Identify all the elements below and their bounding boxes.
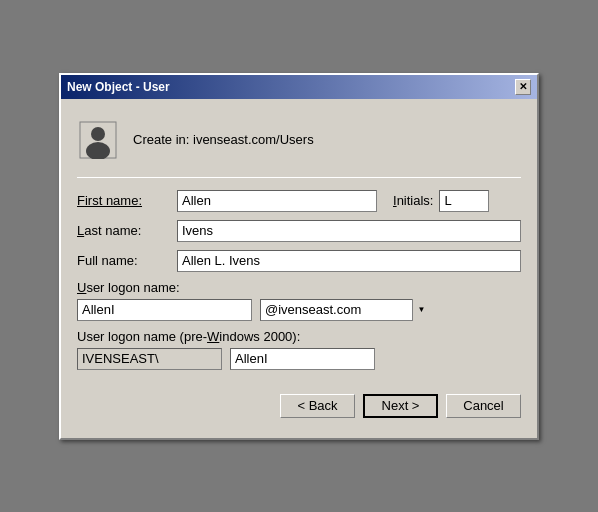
- header-section: Create in: ivenseast.com/Users: [77, 111, 521, 173]
- next-button[interactable]: Next >: [363, 394, 438, 418]
- title-bar-text: New Object - User: [67, 80, 170, 94]
- create-in-info: Create in: ivenseast.com/Users: [133, 132, 314, 147]
- full-name-row: Full name:: [77, 250, 521, 272]
- last-name-row: Last name:: [77, 220, 521, 242]
- title-bar: New Object - User ✕: [61, 75, 537, 99]
- svg-point-1: [91, 127, 105, 141]
- domain-select-wrapper: @ivenseast.com: [260, 299, 430, 321]
- back-button[interactable]: < Back: [280, 394, 355, 418]
- logon-name-section-label: User logon name:: [77, 280, 521, 295]
- pre2000-section-label: User logon name (pre-Windows 2000):: [77, 329, 521, 344]
- header-divider: [77, 177, 521, 178]
- first-name-input[interactable]: [177, 190, 377, 212]
- first-name-label: First name:: [77, 193, 177, 208]
- logon-name-input[interactable]: [77, 299, 252, 321]
- close-button[interactable]: ✕: [515, 79, 531, 95]
- dialog-window: New Object - User ✕ Create in: ivenseast…: [59, 73, 539, 440]
- last-name-label: Last name:: [77, 223, 177, 238]
- last-name-input[interactable]: [177, 220, 521, 242]
- dialog-content: Create in: ivenseast.com/Users First nam…: [61, 99, 537, 438]
- create-in-value: ivenseast.com/Users: [193, 132, 314, 147]
- logon-name-row: @ivenseast.com: [77, 299, 521, 321]
- domain-select[interactable]: @ivenseast.com: [260, 299, 430, 321]
- initials-input[interactable]: [439, 190, 489, 212]
- create-in-label: Create in:: [133, 132, 189, 147]
- full-name-label: Full name:: [77, 253, 177, 268]
- user-avatar: [77, 119, 119, 161]
- full-name-input[interactable]: [177, 250, 521, 272]
- pre2000-domain-input: [77, 348, 222, 370]
- cancel-button[interactable]: Cancel: [446, 394, 521, 418]
- initials-label: Initials:: [393, 193, 433, 208]
- user-icon: [79, 121, 117, 159]
- first-name-row: First name: Initials:: [77, 190, 521, 212]
- pre2000-row: [77, 348, 521, 370]
- buttons-section: < Back Next > Cancel: [77, 378, 521, 426]
- pre2000-username-input[interactable]: [230, 348, 375, 370]
